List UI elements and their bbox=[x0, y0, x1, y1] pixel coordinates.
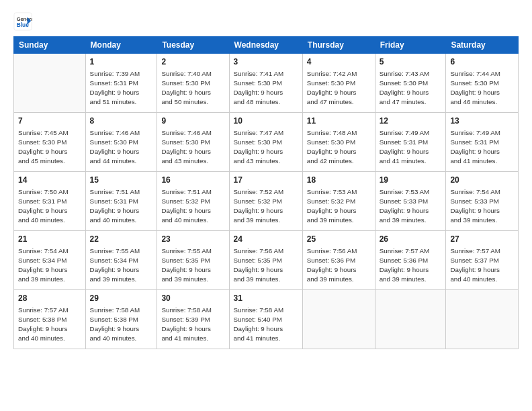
calendar-cell: 2Sunrise: 7:40 AM Sunset: 5:30 PM Daylig… bbox=[157, 54, 229, 113]
day-info: Sunrise: 7:50 AM Sunset: 5:31 PM Dayligh… bbox=[18, 187, 81, 226]
day-info: Sunrise: 7:55 AM Sunset: 5:34 PM Dayligh… bbox=[90, 246, 153, 285]
calendar-cell: 30Sunrise: 7:58 AM Sunset: 5:39 PM Dayli… bbox=[157, 290, 229, 349]
day-info: Sunrise: 7:52 AM Sunset: 5:32 PM Dayligh… bbox=[234, 187, 298, 226]
logo: General Blue bbox=[13, 12, 32, 31]
day-info: Sunrise: 7:53 AM Sunset: 5:32 PM Dayligh… bbox=[307, 187, 371, 226]
day-info: Sunrise: 7:54 AM Sunset: 5:33 PM Dayligh… bbox=[450, 187, 514, 226]
day-info: Sunrise: 7:49 AM Sunset: 5:31 PM Dayligh… bbox=[450, 128, 514, 167]
calendar-cell: 18Sunrise: 7:53 AM Sunset: 5:32 PM Dayli… bbox=[302, 172, 375, 231]
day-info: Sunrise: 7:48 AM Sunset: 5:30 PM Dayligh… bbox=[307, 128, 371, 167]
day-number: 5 bbox=[380, 56, 442, 68]
day-number: 18 bbox=[307, 175, 371, 186]
calendar-cell: 4Sunrise: 7:42 AM Sunset: 5:30 PM Daylig… bbox=[302, 54, 375, 113]
day-number: 16 bbox=[161, 175, 224, 186]
calendar-cell: 1Sunrise: 7:39 AM Sunset: 5:31 PM Daylig… bbox=[85, 54, 157, 113]
day-number: 28 bbox=[18, 293, 81, 304]
calendar-cell: 6Sunrise: 7:44 AM Sunset: 5:30 PM Daylig… bbox=[446, 54, 519, 113]
calendar-cell bbox=[14, 54, 86, 113]
day-number: 26 bbox=[380, 234, 442, 245]
day-number: 31 bbox=[234, 293, 298, 304]
calendar-cell: 15Sunrise: 7:51 AM Sunset: 5:31 PM Dayli… bbox=[85, 172, 157, 231]
day-info: Sunrise: 7:39 AM Sunset: 5:31 PM Dayligh… bbox=[90, 69, 153, 107]
calendar-cell: 20Sunrise: 7:54 AM Sunset: 5:33 PM Dayli… bbox=[446, 172, 519, 231]
calendar-cell: 14Sunrise: 7:50 AM Sunset: 5:31 PM Dayli… bbox=[14, 172, 86, 231]
calendar-cell bbox=[446, 290, 519, 349]
calendar-cell: 21Sunrise: 7:54 AM Sunset: 5:34 PM Dayli… bbox=[14, 231, 86, 290]
calendar-header-friday: Friday bbox=[375, 37, 446, 54]
day-number: 19 bbox=[380, 175, 442, 186]
day-info: Sunrise: 7:41 AM Sunset: 5:30 PM Dayligh… bbox=[234, 69, 298, 107]
day-info: Sunrise: 7:51 AM Sunset: 5:31 PM Dayligh… bbox=[90, 187, 153, 226]
day-number: 27 bbox=[450, 234, 514, 245]
calendar-cell: 22Sunrise: 7:55 AM Sunset: 5:34 PM Dayli… bbox=[85, 231, 157, 290]
day-info: Sunrise: 7:58 AM Sunset: 5:40 PM Dayligh… bbox=[234, 306, 298, 344]
day-info: Sunrise: 7:58 AM Sunset: 5:38 PM Dayligh… bbox=[90, 306, 153, 344]
header: General Blue bbox=[13, 12, 519, 31]
day-info: Sunrise: 7:51 AM Sunset: 5:32 PM Dayligh… bbox=[161, 187, 224, 226]
day-number: 14 bbox=[18, 175, 81, 186]
day-number: 2 bbox=[161, 56, 224, 68]
day-number: 24 bbox=[234, 234, 298, 245]
calendar-cell: 29Sunrise: 7:58 AM Sunset: 5:38 PM Dayli… bbox=[85, 290, 157, 349]
day-number: 25 bbox=[307, 234, 371, 245]
day-info: Sunrise: 7:57 AM Sunset: 5:37 PM Dayligh… bbox=[450, 246, 514, 285]
day-number: 12 bbox=[380, 116, 442, 127]
day-number: 1 bbox=[90, 56, 153, 68]
day-number: 9 bbox=[161, 116, 224, 127]
calendar-week-row: 14Sunrise: 7:50 AM Sunset: 5:31 PM Dayli… bbox=[14, 172, 519, 231]
calendar-cell: 13Sunrise: 7:49 AM Sunset: 5:31 PM Dayli… bbox=[446, 113, 519, 172]
day-number: 21 bbox=[18, 234, 81, 245]
day-number: 13 bbox=[450, 116, 514, 127]
logo-icon: General Blue bbox=[13, 12, 32, 31]
day-info: Sunrise: 7:54 AM Sunset: 5:34 PM Dayligh… bbox=[18, 246, 81, 285]
calendar-header-saturday: Saturday bbox=[446, 37, 519, 54]
day-info: Sunrise: 7:42 AM Sunset: 5:30 PM Dayligh… bbox=[307, 69, 371, 107]
calendar-cell: 27Sunrise: 7:57 AM Sunset: 5:37 PM Dayli… bbox=[446, 231, 519, 290]
day-info: Sunrise: 7:46 AM Sunset: 5:30 PM Dayligh… bbox=[90, 128, 153, 167]
day-number: 3 bbox=[234, 56, 298, 68]
calendar-cell: 3Sunrise: 7:41 AM Sunset: 5:30 PM Daylig… bbox=[229, 54, 302, 113]
calendar-cell: 23Sunrise: 7:55 AM Sunset: 5:35 PM Dayli… bbox=[157, 231, 229, 290]
day-number: 7 bbox=[18, 116, 81, 127]
day-number: 23 bbox=[161, 234, 224, 245]
day-info: Sunrise: 7:49 AM Sunset: 5:31 PM Dayligh… bbox=[380, 128, 442, 167]
calendar-cell: 11Sunrise: 7:48 AM Sunset: 5:30 PM Dayli… bbox=[302, 113, 375, 172]
day-info: Sunrise: 7:53 AM Sunset: 5:33 PM Dayligh… bbox=[380, 187, 442, 226]
calendar-cell: 24Sunrise: 7:56 AM Sunset: 5:35 PM Dayli… bbox=[229, 231, 302, 290]
calendar-cell: 31Sunrise: 7:58 AM Sunset: 5:40 PM Dayli… bbox=[229, 290, 302, 349]
calendar-table: SundayMondayTuesdayWednesdayThursdayFrid… bbox=[13, 36, 519, 349]
svg-text:Blue: Blue bbox=[17, 21, 29, 28]
calendar-cell: 9Sunrise: 7:46 AM Sunset: 5:30 PM Daylig… bbox=[157, 113, 229, 172]
calendar-header-wednesday: Wednesday bbox=[229, 37, 302, 54]
day-number: 8 bbox=[90, 116, 153, 127]
calendar-week-row: 28Sunrise: 7:57 AM Sunset: 5:38 PM Dayli… bbox=[14, 290, 519, 349]
calendar-cell bbox=[375, 290, 446, 349]
calendar-cell: 12Sunrise: 7:49 AM Sunset: 5:31 PM Dayli… bbox=[375, 113, 446, 172]
calendar-week-row: 1Sunrise: 7:39 AM Sunset: 5:31 PM Daylig… bbox=[14, 54, 519, 113]
calendar-cell bbox=[302, 290, 375, 349]
day-number: 4 bbox=[307, 56, 371, 68]
day-number: 15 bbox=[90, 175, 153, 186]
calendar-cell: 5Sunrise: 7:43 AM Sunset: 5:30 PM Daylig… bbox=[375, 54, 446, 113]
day-number: 10 bbox=[234, 116, 298, 127]
day-number: 30 bbox=[161, 293, 224, 304]
calendar-header-monday: Monday bbox=[85, 37, 157, 54]
page-container: General Blue SundayMondayTuesdayWednesda… bbox=[0, 0, 532, 411]
day-info: Sunrise: 7:58 AM Sunset: 5:39 PM Dayligh… bbox=[161, 306, 224, 344]
calendar-header-tuesday: Tuesday bbox=[157, 37, 229, 54]
day-number: 29 bbox=[90, 293, 153, 304]
calendar-cell: 19Sunrise: 7:53 AM Sunset: 5:33 PM Dayli… bbox=[375, 172, 446, 231]
calendar-cell: 16Sunrise: 7:51 AM Sunset: 5:32 PM Dayli… bbox=[157, 172, 229, 231]
calendar-header-row: SundayMondayTuesdayWednesdayThursdayFrid… bbox=[14, 37, 519, 54]
day-number: 22 bbox=[90, 234, 153, 245]
calendar-cell: 8Sunrise: 7:46 AM Sunset: 5:30 PM Daylig… bbox=[85, 113, 157, 172]
calendar-cell: 17Sunrise: 7:52 AM Sunset: 5:32 PM Dayli… bbox=[229, 172, 302, 231]
calendar-cell: 25Sunrise: 7:56 AM Sunset: 5:36 PM Dayli… bbox=[302, 231, 375, 290]
day-number: 20 bbox=[450, 175, 514, 186]
calendar-cell: 28Sunrise: 7:57 AM Sunset: 5:38 PM Dayli… bbox=[14, 290, 86, 349]
day-info: Sunrise: 7:56 AM Sunset: 5:36 PM Dayligh… bbox=[307, 246, 371, 285]
day-info: Sunrise: 7:57 AM Sunset: 5:36 PM Dayligh… bbox=[380, 246, 442, 285]
calendar-header-thursday: Thursday bbox=[302, 37, 375, 54]
day-info: Sunrise: 7:45 AM Sunset: 5:30 PM Dayligh… bbox=[18, 128, 81, 167]
day-number: 17 bbox=[234, 175, 298, 186]
